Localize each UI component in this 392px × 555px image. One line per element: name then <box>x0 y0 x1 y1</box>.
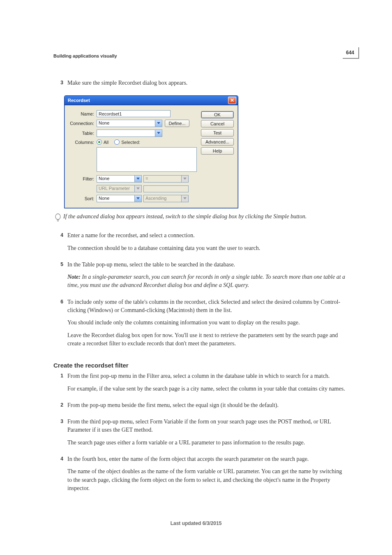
table-label: Table: <box>65 131 97 136</box>
step-text: From the pop-up menu beside the first me… <box>67 401 347 409</box>
name-label: Name: <box>65 111 97 116</box>
step-number: 4 <box>53 455 67 497</box>
step-text: Leave the Recordset dialog box open for … <box>67 331 347 348</box>
page-number: 644 <box>343 47 359 59</box>
sort-column-value: None <box>97 195 134 202</box>
radio-icon <box>97 139 102 145</box>
name-input[interactable] <box>97 110 171 117</box>
filter-column-value: None <box>97 176 134 182</box>
page: 644 Building applications visually 3 Mak… <box>0 0 392 555</box>
connection-label: Connection: <box>65 121 97 126</box>
step-text: The name of the object doubles as the na… <box>67 467 347 493</box>
radio-icon <box>114 139 120 145</box>
filter-type-value: URL Parameter <box>97 185 134 192</box>
chevron-down-icon <box>134 195 141 202</box>
running-head: Building applications visually <box>53 53 347 58</box>
columns-listbox[interactable] <box>97 147 197 172</box>
columns-selected-radio[interactable]: Selected: <box>114 139 140 145</box>
chevron-down-icon <box>134 185 141 192</box>
step-text: From the first pop-up menu in the Filter… <box>67 372 347 380</box>
sort-direction-select[interactable]: Ascending <box>143 195 189 202</box>
ok-button[interactable]: OK <box>201 111 234 118</box>
step-number: 1 <box>53 372 67 397</box>
step-text: In the fourth box, enter the name of the… <box>67 455 347 463</box>
columns-all-radio[interactable]: All <box>97 139 108 145</box>
step-number: 5 <box>53 261 67 294</box>
filter-operator-value: = <box>144 176 181 182</box>
footer-last-updated: Last updated 6/3/2015 <box>0 520 392 526</box>
tip-text: If the advanced dialog box appears inste… <box>63 213 347 221</box>
filter-value-input[interactable] <box>143 185 189 192</box>
step-text: The search page uses either a form varia… <box>67 439 347 447</box>
step-number: 2 <box>53 401 67 414</box>
test-button[interactable]: Test <box>201 129 234 136</box>
step-number: 4 <box>53 231 67 257</box>
close-icon: ✕ <box>230 98 234 103</box>
advanced-button[interactable]: Advanced... <box>201 138 234 146</box>
chevron-down-icon <box>181 176 188 182</box>
connection-value: None <box>97 120 155 127</box>
sort-direction-value: Ascending <box>144 195 181 202</box>
filter-type-select[interactable]: URL Parameter <box>97 185 142 192</box>
filter-operator-select[interactable]: = <box>143 175 189 183</box>
step-text: In the Table pop-up menu, select the tab… <box>67 261 347 269</box>
define-button[interactable]: Define... <box>165 120 189 127</box>
step-number: 3 <box>53 418 67 451</box>
step-number: 3 <box>53 79 67 91</box>
tip: If the advanced dialog box appears inste… <box>53 213 347 224</box>
sort-label: Sort: <box>65 196 97 201</box>
table-select[interactable] <box>97 130 162 137</box>
chevron-down-icon <box>134 176 141 182</box>
close-button[interactable]: ✕ <box>228 97 236 104</box>
table-value <box>97 130 155 136</box>
connection-select[interactable]: None <box>97 120 162 127</box>
step-text: To include only some of the table's colu… <box>67 298 347 315</box>
chevron-down-icon <box>155 120 162 127</box>
dialog-title: Recordset <box>68 98 228 103</box>
content-area: 3 Make sure the simple Recordset dialog … <box>53 79 347 497</box>
lightbulb-icon <box>53 213 63 224</box>
dialog-titlebar: Recordset ✕ <box>65 96 238 105</box>
svg-point-0 <box>55 214 60 220</box>
filter-label: Filter: <box>65 176 97 181</box>
step-note: Note: In a single-parameter search, you … <box>67 273 347 290</box>
step-text: For example, if the value sent by the se… <box>67 385 347 393</box>
step-text: From the third pop-up menu, select Form … <box>67 418 347 435</box>
chevron-down-icon <box>155 130 162 136</box>
step-number: 6 <box>53 298 67 352</box>
step-text: The connection should be to a database c… <box>67 244 347 252</box>
radio-label: All <box>104 140 108 145</box>
chevron-down-icon <box>181 195 188 202</box>
step-text: Make sure the simple Recordset dialog bo… <box>67 79 347 87</box>
help-button[interactable]: Help <box>201 147 234 155</box>
cancel-button[interactable]: Cancel <box>201 120 234 127</box>
recordset-dialog: Recordset ✕ Name: Connection: None <box>64 95 238 208</box>
subhead-create-filter: Create the recordset filter <box>53 362 347 369</box>
step-text: Enter a name for the recordset, and sele… <box>67 231 347 240</box>
step-text: You should include only the columns cont… <box>67 319 347 327</box>
columns-label: Columns: <box>65 140 97 145</box>
sort-column-select[interactable]: None <box>97 195 142 202</box>
radio-label: Selected: <box>121 140 140 145</box>
filter-column-select[interactable]: None <box>97 175 142 183</box>
